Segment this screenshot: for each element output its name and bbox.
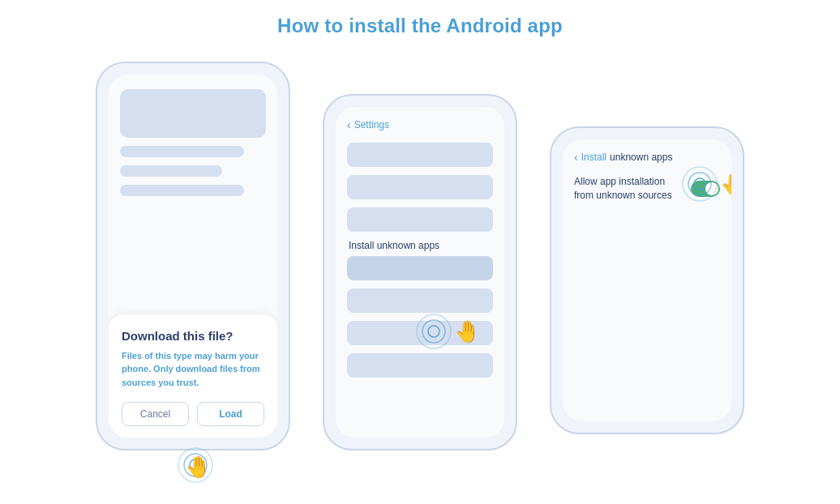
phone1-bar-2: [120, 165, 222, 177]
title-text-3: app: [522, 15, 563, 36]
download-dialog: Download this file? Files of this type m…: [109, 314, 277, 438]
settings-back-label: Settings: [354, 119, 389, 130]
phone1-top-content: [109, 75, 277, 212]
cancel-button[interactable]: Cancel: [122, 402, 189, 426]
install-page-label: unknown apps: [610, 152, 672, 163]
phone-2-screen: ‹ Settings Install unknown apps: [336, 107, 504, 438]
phone1-bar-3: [120, 185, 244, 196]
phone-3: ‹ Install unknown apps Allow app install…: [550, 126, 744, 434]
dialog-text-files2: files: [220, 364, 238, 374]
signal-rings-3: [679, 164, 720, 204]
cursor-phone3: 🤚: [679, 164, 731, 204]
settings-row-highlighted: [347, 256, 493, 280]
dialog-text-files: Files: [122, 351, 142, 361]
cursor-phone1: 🤚: [185, 455, 211, 480]
svg-point-7: [688, 173, 711, 195]
allow-text: Allow app installation from unknown sour…: [574, 175, 683, 203]
phone-3-screen: ‹ Install unknown apps Allow app install…: [563, 139, 731, 421]
hand-icon-1: 🤚: [185, 455, 211, 480]
install-back-label: Install: [581, 152, 606, 163]
svg-point-3: [428, 326, 439, 337]
dialog-buttons: Cancel Load: [122, 402, 264, 426]
install-label-part1: Install: [349, 240, 374, 251]
settings-row-6: [347, 353, 493, 378]
back-chevron-2: ‹: [574, 151, 578, 164]
phone-1-screen: Download this file? Files of this type m…: [109, 75, 277, 438]
phone1-bar-1: [120, 146, 244, 157]
hand-icon-3: 🤚: [720, 172, 731, 197]
svg-point-6: [694, 178, 705, 190]
install-label-part2: unknown apps: [374, 240, 439, 251]
install-unknown-row[interactable]: Install unknown apps: [347, 240, 493, 251]
settings-row-3: [347, 207, 493, 232]
phone-2: ‹ Settings Install unknown apps: [323, 94, 517, 451]
phone1-image-placeholder: [120, 89, 266, 138]
phone-1: Download this file? Files of this type m…: [96, 62, 290, 451]
settings-row-2: [347, 175, 493, 199]
hand-icon-2: 🤚: [454, 319, 480, 344]
load-button[interactable]: Load: [197, 402, 264, 426]
dialog-text: Files of this type may harm your phone. …: [122, 349, 264, 390]
title-text-2: Android: [446, 15, 521, 36]
signal-rings-2: [414, 311, 454, 352]
svg-point-4: [422, 320, 445, 343]
install-back: ‹ Install unknown apps: [574, 151, 720, 164]
settings-row-4: [347, 288, 493, 313]
settings-back: ‹ Settings: [347, 118, 493, 131]
phone3-content: ‹ Install unknown apps Allow app install…: [563, 139, 731, 203]
page-title: How to install the Android app: [277, 15, 563, 37]
title-text-1: How to install the: [277, 15, 446, 36]
dialog-title: Download this file?: [122, 329, 264, 343]
phones-container: Download this file? Files of this type m…: [0, 62, 840, 451]
back-chevron: ‹: [347, 118, 351, 131]
cursor-phone2: 🤚: [414, 311, 480, 352]
settings-row-1: [347, 143, 493, 167]
